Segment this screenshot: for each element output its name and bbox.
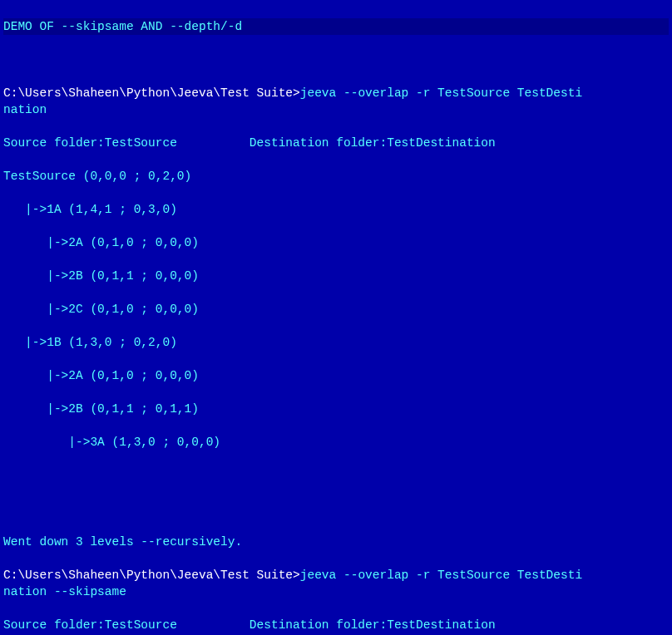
output-b1-l3: |->1A (1,4,1 ; 0,3,0)	[3, 201, 669, 218]
terminal-blank-2	[3, 467, 669, 484]
terminal-blank-1	[3, 52, 669, 68]
cmd-line-1: C:\Users\Shaheen\Python\Jeeva\Test Suite…	[3, 85, 669, 118]
output-b1-l8: |->2A (0,1,0 ; 0,0,0)	[3, 367, 669, 384]
cmd-line-2: C:\Users\Shaheen\Python\Jeeva\Test Suite…	[3, 567, 669, 600]
terminal-header: DEMO OF --skipsame AND --depth/-d	[3, 18, 669, 35]
output-b1-l6: |->2C (0,1,0 ; 0,0,0)	[3, 301, 669, 318]
output-b1-l9: |->2B (0,1,1 ; 0,1,1)	[3, 401, 669, 417]
output-b1-l10: |->3A (1,3,0 ; 0,0,0)	[3, 434, 669, 450]
output-b1-summary: Went down 3 levels --recursively.	[3, 534, 669, 550]
output-b1-l7: |->1B (1,3,0 ; 0,2,0)	[3, 334, 669, 351]
output-b1-l5: |->2B (0,1,1 ; 0,0,0)	[3, 268, 669, 284]
output-b1-l1: Source folder:TestSource Destination fol…	[3, 135, 669, 151]
output-b2-l1: Source folder:TestSource Destination fol…	[3, 617, 669, 633]
output-b1-l4: |->2A (0,1,0 ; 0,0,0)	[3, 234, 669, 251]
terminal-window[interactable]: DEMO OF --skipsame AND --depth/-d C:\Use…	[0, 0, 672, 635]
prompt-1: C:\Users\Shaheen\Python\Jeeva\Test Suite…	[3, 86, 300, 100]
terminal-blank-3	[3, 500, 669, 517]
output-b1-l2: TestSource (0,0,0 ; 0,2,0)	[3, 168, 669, 185]
prompt-2: C:\Users\Shaheen\Python\Jeeva\Test Suite…	[3, 569, 300, 582]
